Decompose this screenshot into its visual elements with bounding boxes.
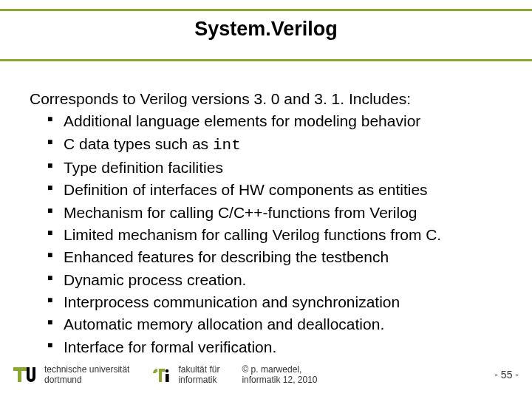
- body-content: Corresponds to Verilog versions 3. 0 and…: [30, 89, 510, 359]
- page-num-value: 55: [501, 369, 513, 381]
- bullet-code: int: [213, 137, 241, 154]
- bullet-text: Dynamic process creation.: [64, 271, 246, 288]
- bullet-text: Mechanism for calling C/C++-functions fr…: [64, 204, 417, 221]
- svg-rect-3: [166, 374, 169, 382]
- bullet-text: Interface for formal verification.: [64, 338, 276, 355]
- list-item: Additional language elements for modelin…: [47, 111, 510, 132]
- page-suffix: -: [512, 369, 519, 381]
- list-item: Interprocess communication and synchroni…: [47, 292, 510, 313]
- footer-credit-line2: informatik 12, 2010: [242, 375, 317, 385]
- top-rule: [0, 9, 532, 11]
- tu-logo-icon: [13, 364, 38, 385]
- page-prefix: -: [494, 369, 501, 381]
- bullet-text: Type definition facilities: [64, 159, 223, 176]
- slide-title: System.Verilog: [0, 18, 532, 41]
- footer-org1-text: technische universität dortmund: [44, 364, 129, 386]
- list-item: Automatic memory allocation and dealloca…: [47, 314, 510, 335]
- svg-point-2: [166, 369, 169, 373]
- bullet-text: Additional language elements for modelin…: [64, 112, 420, 129]
- footer-org2: fakultät für informatik: [151, 364, 219, 386]
- bullet-text: Interprocess communication and synchroni…: [64, 293, 400, 310]
- footer-org1-line2: dortmund: [44, 375, 129, 385]
- fi-logo-icon: [151, 364, 172, 385]
- footer-org2-line1: fakultät für: [178, 364, 219, 375]
- bullet-text: Definition of interfaces of HW component…: [64, 181, 428, 198]
- footer-org2-text: fakultät für informatik: [178, 364, 219, 386]
- list-item: C data types such as int: [47, 134, 510, 156]
- bullet-text: C data types such as: [64, 135, 213, 152]
- list-item: Dynamic process creation.: [47, 270, 510, 290]
- footer: technische universität dortmund fakultät…: [13, 358, 519, 392]
- footer-credit-text: © p. marwedel, informatik 12, 2010: [242, 364, 317, 386]
- intro-text: Corresponds to Verilog versions 3. 0 and…: [30, 89, 510, 109]
- bullet-list: Additional language elements for modelin…: [47, 111, 510, 358]
- list-item: Limited mechanism for calling Verilog fu…: [47, 225, 510, 245]
- list-item: Type definition facilities: [47, 157, 510, 178]
- bullet-text: Automatic memory allocation and dealloca…: [64, 316, 384, 332]
- svg-rect-1: [18, 367, 21, 382]
- footer-credit-line1: © p. marwedel,: [242, 364, 317, 375]
- slide: System.Verilog Corresponds to Verilog ve…: [0, 0, 532, 399]
- title-underline: [0, 59, 532, 61]
- footer-org1: technische universität dortmund: [13, 364, 129, 386]
- page-number: - 55 -: [494, 369, 519, 381]
- list-item: Definition of interfaces of HW component…: [47, 180, 510, 200]
- footer-credit: © p. marwedel, informatik 12, 2010: [242, 364, 317, 386]
- footer-org1-line1: technische universität: [44, 364, 129, 375]
- list-item: Mechanism for calling C/C++-functions fr…: [47, 202, 510, 223]
- footer-org2-line2: informatik: [178, 375, 219, 385]
- list-item: Interface for formal verification.: [47, 337, 510, 358]
- bullet-text: Limited mechanism for calling Verilog fu…: [64, 226, 441, 243]
- bullet-text: Enhanced features for describing the tes…: [64, 248, 389, 265]
- list-item: Enhanced features for describing the tes…: [47, 247, 510, 267]
